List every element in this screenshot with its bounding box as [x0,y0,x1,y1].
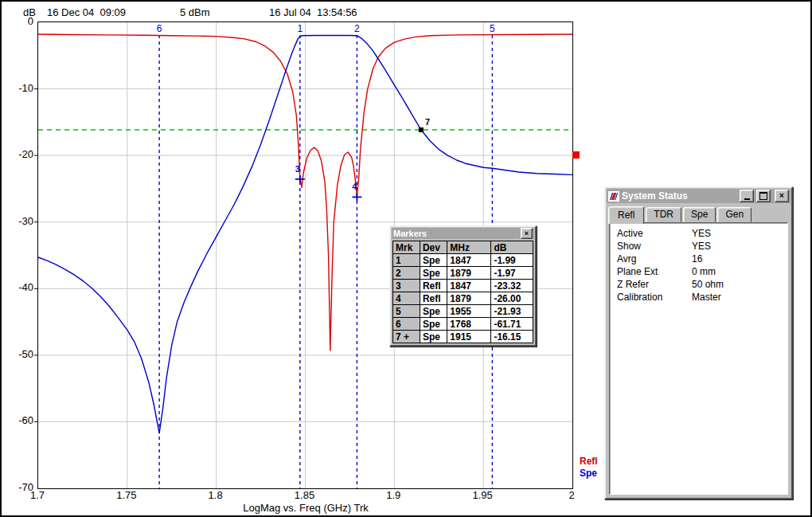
system-status-window: System Status × ReflTDRSpeGen ActiveYESS… [604,186,793,499]
marker-cell: 5 [393,305,420,318]
markers-table: MrkDevMHzdB1Spe1847-1.992Spe1879-1.973Re… [392,241,533,343]
maximize-button[interactable] [756,190,771,202]
svg-text:4: 4 [352,182,357,191]
status-field-row: Plane Ext0 mm [610,266,787,279]
marker-cell: 1768 [447,318,491,331]
marker-cell: Spe [420,331,447,343]
x-tick-label: 1.75 [109,489,144,501]
status-field-row: CalibrationMaster [610,292,787,304]
marker-cell: 6 [393,318,420,331]
markers-header-row: MrkDevMHzdB [393,241,533,254]
markers-title: Markers [393,229,427,238]
marker-cell: 1879 [447,267,491,280]
marker-cell: 1 [393,254,420,267]
marker-cell: 3 [393,280,420,292]
marker-cell: -1.97 [491,267,533,280]
status-field-label: Avrg [617,253,636,264]
x-tick-label: 1.9 [376,489,411,501]
svg-text:1: 1 [297,23,303,34]
y-tick-label: -60 [6,414,33,426]
svg-text:7: 7 [425,117,430,127]
marker-cell: 7 + [393,331,420,343]
svg-text:5: 5 [490,23,495,34]
marker-cell: 1879 [447,292,491,305]
trace-label-refl: Refl [580,456,598,467]
minimize-icon [744,193,750,200]
close-icon: × [779,192,784,200]
marker-row[interactable]: 2Spe1879-1.97 [393,267,533,280]
marker-row[interactable]: 1Spe1847-1.99 [393,254,533,267]
trace-label-spe: Spe [580,468,597,479]
markers-titlebar[interactable]: Markers × [392,228,534,239]
marker-cell: -21.93 [491,305,533,318]
reference-level-marker[interactable] [572,151,580,159]
marker-row[interactable]: 6Spe1768-61.71 [393,318,533,331]
status-content-panel: ActiveYESShowYESAvrg16Plane Ext0 mmZ Ref… [609,222,788,495]
marker-cell: Spe [420,305,447,318]
marker-cell: Refl [420,292,447,305]
marker-row[interactable]: 7 +Spe1915-16.15 [393,331,533,343]
markers-col-header: Mrk [393,241,420,254]
status-field-label: Active [617,228,643,239]
y-tick-label: -40 [6,281,33,293]
markers-close-button[interactable]: × [521,228,533,239]
marker-row[interactable]: 5Spe1955-21.93 [393,305,533,318]
markers-col-header: dB [491,241,533,254]
app-logo-icon [608,191,619,202]
y-tick-label: -50 [6,348,33,360]
marker-cell: -26.00 [491,292,533,305]
tab-gen[interactable]: Gen [717,207,751,222]
marker-cell: 1847 [447,254,491,267]
status-field-label: Z Refer [617,279,649,290]
status-field-value: Master [692,292,721,303]
y-tick-label: -10 [6,82,33,94]
status-field-row: ShowYES [610,241,787,253]
system-status-title: System Status [622,190,688,202]
markers-col-header: Dev [420,241,447,254]
marker-cell: Refl [420,280,447,292]
x-tick-label: 1.7 [20,489,55,501]
markers-window: Markers × MrkDevMHzdB1Spe1847-1.992Spe18… [389,225,537,347]
x-axis-title: LogMag vs. Freq (GHz) Trk [186,502,425,514]
timestamp-right: 16 Jul 04 13:54:56 [269,6,357,18]
tab-tdr[interactable]: TDR [646,207,681,222]
marker-cell: 2 [393,267,420,280]
marker-cell: 1915 [447,331,491,343]
status-field-value: YES [692,228,711,239]
marker-cell: Spe [420,254,447,267]
status-tab-bar: ReflTDRSpeGen [608,205,789,222]
status-field-value: YES [692,241,711,252]
marker-cell: -16.15 [491,331,533,343]
marker-cell: 1847 [447,280,491,292]
marker-row[interactable]: 4Refl1879-26.00 [393,292,533,305]
marker-cell: -1.99 [491,254,533,267]
marker-cell: 4 [393,292,420,305]
status-field-label: Show [617,241,641,252]
analyzer-screen: { "header": { "db_label": "dB", "timesta… [0,0,812,517]
power-level: 5 dBm [180,6,210,18]
status-field-row: ActiveYES [610,228,787,241]
timestamp-left: 16 Dec 04 09:09 [47,6,126,18]
status-field-row: Avrg16 [610,253,787,266]
y-tick-label: 0 [6,15,33,27]
x-tick-label: 2 [554,489,589,501]
marker-cell: Spe [420,318,447,331]
tab-spe[interactable]: Spe [683,207,716,222]
close-button[interactable]: × [775,190,789,202]
marker-cell: 1955 [447,305,491,318]
system-status-titlebar[interactable]: System Status × [607,189,791,203]
tab-refl[interactable]: Refl [608,206,644,224]
svg-text:3: 3 [295,164,300,174]
marker-cell: -61.71 [491,318,533,331]
minimize-button[interactable] [740,190,754,202]
marker-row[interactable]: 3Refl1847-23.32 [393,280,533,292]
y-tick-label: -20 [6,148,33,160]
status-field-value: 50 ohm [692,279,724,290]
status-field-value: 16 [692,253,702,264]
svg-text:2: 2 [354,23,360,34]
x-tick-label: 1.85 [287,489,322,501]
svg-text:6: 6 [157,23,162,34]
maximize-icon [759,192,767,200]
marker-cell: -23.32 [491,280,533,292]
marker-cell: Spe [420,267,447,280]
